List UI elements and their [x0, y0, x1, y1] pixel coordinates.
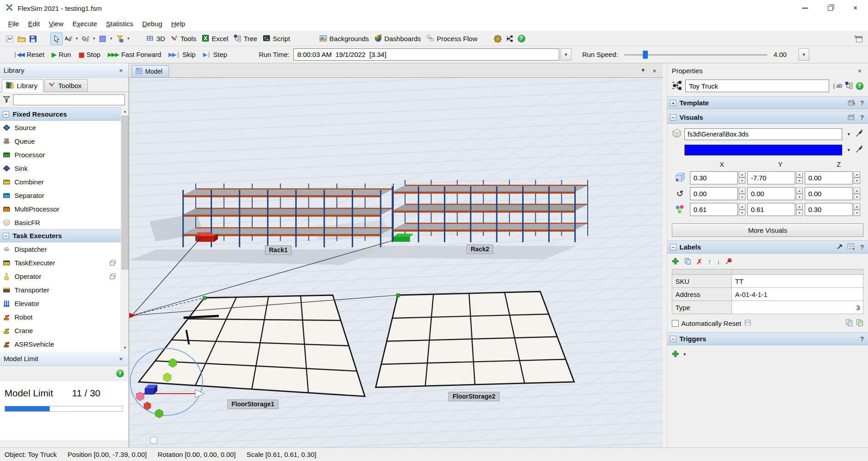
settings-gear-icon[interactable] [492, 33, 504, 45]
label-row-address[interactable]: AddressA-01-4-1-1 [672, 288, 863, 301]
more-visuals-button[interactable]: More Visuals [672, 223, 863, 237]
section-header-task-executers[interactable]: −Task Executers [0, 229, 121, 242]
collapse-icon[interactable]: − [670, 244, 676, 250]
template-apply-icon[interactable] [848, 99, 855, 107]
rotation-x-stepper[interactable]: ▲▼ [739, 188, 745, 200]
menu-file[interactable]: File [4, 18, 24, 30]
menu-edit[interactable]: Edit [24, 18, 44, 30]
section-triggers[interactable]: − Triggers ? [667, 332, 868, 345]
label-key-cell[interactable]: SKU [672, 275, 732, 288]
stop-button[interactable]: ■Stop [75, 49, 104, 60]
detach-window-icon[interactable] [109, 259, 116, 266]
label-row-sku[interactable]: SKUTT [672, 275, 863, 288]
minimize-button[interactable] [792, 0, 817, 16]
scroll-up-icon[interactable]: ▲ [121, 108, 128, 115]
properties-close-icon[interactable]: × [856, 67, 863, 75]
scale-x-field[interactable] [690, 203, 738, 216]
new-window-icon[interactable] [853, 33, 864, 45]
step-button[interactable]: ▶❘Step [199, 49, 231, 60]
move-label-up-icon[interactable]: ↑ [708, 258, 712, 267]
library-item-crane[interactable]: Crane [0, 324, 121, 337]
library-scrollbar[interactable]: ▲ ▼ [121, 108, 128, 352]
library-item-multiprocessor[interactable]: MultiProcessor [0, 202, 121, 216]
menu-execute[interactable]: Execute [68, 18, 101, 30]
3d-viewport[interactable]: Rack1 Rack2 FloorStorage1 FloorStorage2 [129, 78, 663, 447]
run-time-field[interactable] [293, 48, 559, 61]
tab-library[interactable]: Library [2, 79, 43, 92]
library-item-robot[interactable]: Robot [0, 310, 121, 324]
scale-y-stepper[interactable]: ▲▼ [796, 203, 803, 216]
object-name-input[interactable] [685, 80, 829, 92]
scale-z-stepper[interactable]: ▲▼ [854, 203, 860, 216]
restore-button[interactable] [817, 0, 843, 16]
select-tool-icon[interactable] [51, 33, 62, 45]
library-item-source[interactable]: Source [0, 121, 121, 134]
save-icon[interactable] [27, 33, 39, 45]
reset-button[interactable]: ❘◀◀Reset [9, 49, 48, 60]
run-speed-slider[interactable] [624, 50, 767, 59]
add-label-icon[interactable] [672, 258, 679, 266]
library-item-transporter[interactable]: Transporter [0, 283, 121, 296]
excel-button[interactable]: X Excel [199, 33, 231, 44]
library-item-basicfr[interactable]: BasicFR [0, 216, 121, 229]
copy-labels-icon[interactable] [845, 319, 853, 328]
collapse-icon[interactable]: − [670, 114, 676, 121]
label-key-cell[interactable]: Address [672, 288, 732, 301]
section-header-fixed-resources[interactable]: −Fixed Resources [0, 108, 121, 121]
auto-reset-checkbox[interactable] [672, 320, 679, 327]
connect-tool-dropdown-icon[interactable]: ▼ [74, 37, 80, 41]
tab-toolbox[interactable]: Toolbox [44, 79, 88, 92]
port-tool-dropdown-icon[interactable]: ▼ [91, 37, 97, 41]
section-visuals[interactable]: − Visuals ? [667, 111, 868, 124]
close-button[interactable]: × [843, 0, 868, 16]
copy-label-icon[interactable] [684, 258, 691, 266]
visuals-help-icon[interactable]: ? [860, 114, 864, 121]
rotation-y-field[interactable] [747, 187, 795, 200]
collapse-icon[interactable]: − [3, 111, 9, 118]
add-trigger-icon[interactable] [672, 350, 679, 359]
properties-help-icon[interactable]: ? [856, 82, 863, 90]
section-template[interactable]: + Template ? [667, 96, 868, 109]
dashboards-button[interactable]: Dashboards [372, 33, 424, 44]
label-value-cell[interactable]: A-01-4-1-1 [732, 288, 863, 301]
shape-dropdown-icon[interactable]: ▼ [845, 132, 853, 136]
tab-list-dropdown-icon[interactable]: ▼ [641, 67, 646, 75]
rotation-x-field[interactable] [690, 187, 738, 200]
labels-table-icon[interactable] [847, 243, 855, 251]
position-y-stepper[interactable]: ▲▼ [796, 171, 803, 184]
script-button[interactable]: Script [260, 33, 292, 44]
fast-forward-button[interactable]: ▶▶▶Fast Forward [104, 49, 165, 60]
scrollbar-thumb[interactable] [122, 116, 128, 269]
rename-icon[interactable]: ❘ab [832, 83, 842, 89]
section-labels[interactable]: − Labels ↗ ? [667, 240, 868, 254]
connect-objects-tool-icon[interactable]: A [62, 33, 74, 45]
rotation-z-stepper[interactable]: ▲▼ [854, 188, 860, 200]
pin-label-icon[interactable] [725, 258, 732, 266]
label-row-type[interactable]: Type3 [672, 301, 863, 314]
help-icon[interactable]: ? [515, 33, 527, 45]
new-model-icon[interactable] [4, 33, 15, 45]
label-value-cell[interactable]: TT [732, 275, 863, 288]
position-x-field[interactable] [690, 171, 738, 184]
position-y-field[interactable] [747, 171, 795, 184]
add-trigger-dropdown-icon[interactable]: ▼ [681, 352, 689, 357]
skip-button[interactable]: ▶▶❘Skip [165, 49, 199, 60]
model-structure-icon[interactable] [504, 33, 515, 45]
scale-x-stepper[interactable]: ▲▼ [739, 203, 745, 216]
backgrounds-button[interactable]: Backgrounds [316, 33, 372, 44]
shape-tool-dropdown-icon[interactable]: ▼ [126, 37, 131, 41]
scale-z-field[interactable] [805, 203, 853, 216]
open-folder-icon[interactable] [15, 33, 27, 45]
visuals-apply-icon[interactable] [848, 113, 855, 122]
library-item-queue[interactable]: Queue [0, 134, 121, 148]
labels-help-icon[interactable]: ? [860, 244, 864, 251]
shape-eyedropper-icon[interactable] [855, 129, 863, 139]
library-item-separator[interactable]: Separator [0, 188, 121, 202]
panel-splitter[interactable] [663, 63, 667, 447]
menu-statistics[interactable]: Statistics [102, 18, 138, 30]
slider-handle[interactable] [643, 51, 648, 59]
tab-close-icon[interactable]: × [653, 67, 656, 75]
position-z-field[interactable] [805, 171, 853, 184]
save-state-icon[interactable] [744, 319, 751, 328]
object-color-swatch[interactable] [684, 145, 842, 155]
